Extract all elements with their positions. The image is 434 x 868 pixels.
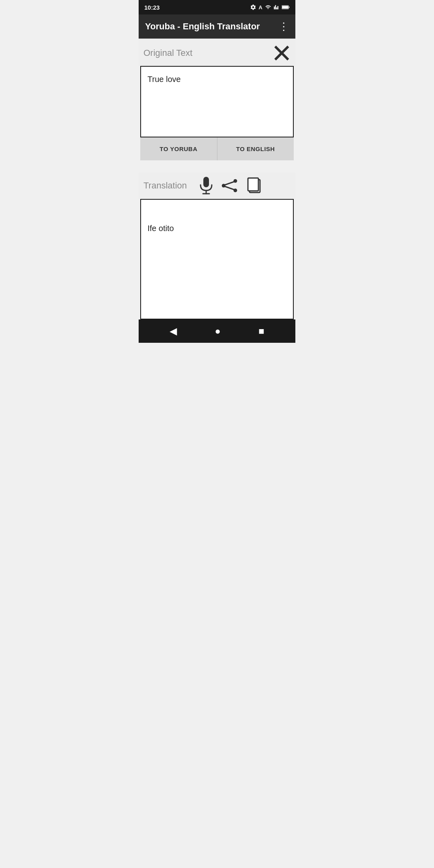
clear-icon[interactable] (273, 44, 291, 62)
font-icon: A (259, 4, 262, 10)
wifi-icon (265, 4, 271, 10)
svg-line-10 (225, 186, 234, 190)
back-button[interactable]: ◀ (170, 326, 177, 337)
signal-icon (274, 4, 279, 10)
to-english-button[interactable]: TO ENGLISH (217, 137, 294, 160)
copy-button[interactable] (246, 176, 263, 195)
gear-icon (250, 4, 256, 10)
microphone-button[interactable] (199, 177, 213, 194)
app-bar: Yoruba - English Translator ⋮ (139, 14, 295, 39)
more-options-icon[interactable]: ⋮ (278, 20, 289, 33)
app-title: Yoruba - English Translator (145, 21, 260, 32)
translation-output: Ife otito (140, 199, 294, 319)
battery-icon (282, 5, 290, 10)
to-yoruba-button[interactable]: TO YORUBA (140, 137, 217, 160)
status-icons: A (250, 4, 290, 10)
recent-button[interactable]: ■ (258, 326, 264, 337)
original-text-header: Original Text (139, 39, 295, 66)
svg-line-9 (225, 182, 234, 185)
text-input-area[interactable]: True love (140, 66, 294, 137)
status-bar: 10:23 A (139, 0, 295, 14)
svg-rect-3 (203, 177, 209, 187)
translation-label: Translation (143, 180, 187, 191)
svg-rect-2 (289, 6, 290, 8)
status-time: 10:23 (144, 4, 160, 11)
translation-section: Translation (139, 172, 295, 319)
translation-text: Ife otito (147, 224, 174, 233)
original-text-label: Original Text (143, 48, 192, 58)
svg-rect-12 (248, 178, 258, 191)
action-buttons: TO YORUBA TO ENGLISH (140, 137, 294, 160)
original-text-input[interactable]: True love (147, 75, 287, 127)
translation-header: Translation (139, 172, 295, 199)
nav-bar: ◀ ● ■ (139, 319, 295, 343)
home-button[interactable]: ● (215, 326, 221, 337)
share-button[interactable] (221, 178, 237, 193)
svg-rect-1 (282, 6, 288, 8)
